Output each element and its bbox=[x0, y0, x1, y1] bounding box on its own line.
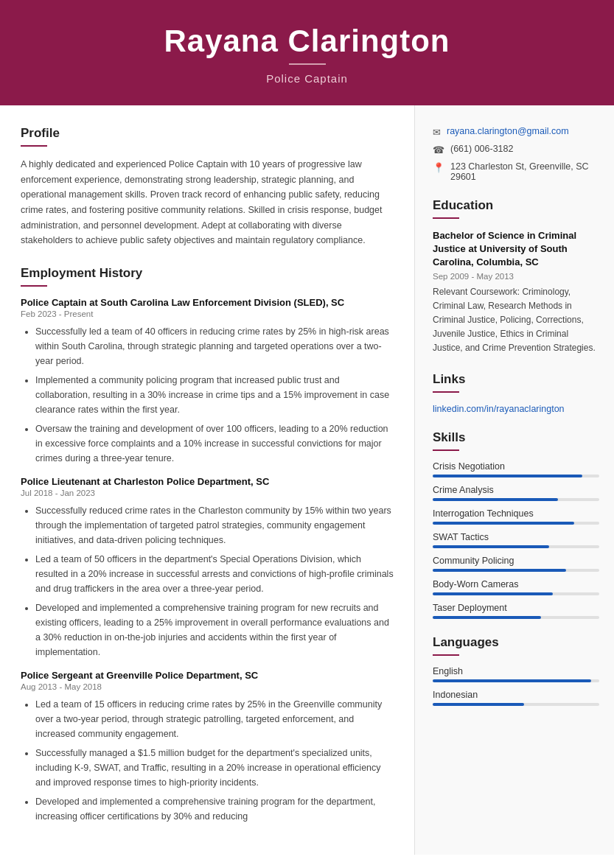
skill-bar-fill bbox=[433, 592, 553, 595]
language-item: English bbox=[433, 666, 599, 682]
job-bullets-3: Led a team of 15 officers in reducing cr… bbox=[21, 697, 394, 824]
location-icon: 📍 bbox=[433, 162, 444, 173]
address-text: 123 Charleston St, Greenville, SC 29601 bbox=[450, 161, 599, 182]
job-title-3: Police Sergeant at Greenville Police Dep… bbox=[21, 670, 394, 681]
education-divider bbox=[433, 217, 459, 219]
skill-name: SWAT Tactics bbox=[433, 532, 599, 542]
bullet: Led a team of 50 officers in the departm… bbox=[35, 552, 394, 596]
skill-item: SWAT Tactics bbox=[433, 532, 599, 548]
body-section: Profile A highly dedicated and experienc… bbox=[0, 105, 614, 855]
edu-dates: Sep 2009 - May 2013 bbox=[433, 272, 599, 281]
skill-name: Body-Worn Cameras bbox=[433, 579, 599, 589]
languages-title: Languages bbox=[433, 635, 599, 650]
job-title-1: Police Captain at South Carolina Law Enf… bbox=[21, 297, 394, 308]
bullet: Oversaw the training and development of … bbox=[35, 421, 394, 466]
language-item: Indonesian bbox=[433, 690, 599, 706]
skills-divider bbox=[433, 449, 459, 451]
edu-coursework: Relevant Coursework: Criminology, Crimin… bbox=[433, 285, 599, 356]
job-bullets-2: Successfully reduced crime rates in the … bbox=[21, 503, 394, 659]
language-name: English bbox=[433, 666, 599, 676]
bullet: Implemented a community policing program… bbox=[35, 373, 394, 417]
skills-section: Skills Crisis Negotiation Crime Analysis… bbox=[433, 430, 599, 619]
right-column: ✉ rayana.clarington@gmail.com ☎ (661) 00… bbox=[415, 105, 614, 855]
language-bar-bg bbox=[433, 703, 599, 706]
employment-section: Employment History Police Captain at Sou… bbox=[21, 266, 394, 824]
skill-bar-bg bbox=[433, 475, 599, 477]
linkedin-link[interactable]: linkedin.com/in/rayanaclarington bbox=[433, 404, 565, 414]
skill-bar-fill bbox=[433, 522, 574, 525]
skill-bar-fill bbox=[433, 475, 582, 477]
phone-text: (661) 006-3182 bbox=[450, 144, 513, 154]
skill-item: Interrogation Techniques bbox=[433, 508, 599, 525]
links-section: Links linkedin.com/in/rayanaclarington bbox=[433, 372, 599, 414]
skill-bar-fill bbox=[433, 545, 549, 548]
job-item: Police Captain at South Carolina Law Enf… bbox=[21, 297, 394, 466]
profile-divider bbox=[21, 145, 47, 147]
contact-section: ✉ rayana.clarington@gmail.com ☎ (661) 00… bbox=[433, 126, 599, 182]
skill-bar-fill bbox=[433, 569, 566, 572]
education-section: Education Bachelor of Science in Crimina… bbox=[433, 198, 599, 356]
contact-address: 📍 123 Charleston St, Greenville, SC 2960… bbox=[433, 161, 599, 182]
resume-page: Rayana Clarington Police Captain Profile… bbox=[0, 0, 614, 868]
candidate-title: Police Captain bbox=[15, 72, 599, 85]
skill-bar-fill bbox=[433, 498, 558, 501]
edu-degree: Bachelor of Science in Criminal Justice … bbox=[433, 229, 599, 270]
bullet: Developed and implemented a comprehensiv… bbox=[35, 794, 394, 824]
job-title-2: Police Lieutenant at Charleston Police D… bbox=[21, 476, 394, 487]
language-bar-fill bbox=[433, 703, 524, 706]
header-section: Rayana Clarington Police Captain bbox=[0, 0, 614, 105]
profile-section: Profile A highly dedicated and experienc… bbox=[21, 126, 394, 248]
email-icon: ✉ bbox=[433, 127, 441, 138]
skill-name: Crisis Negotiation bbox=[433, 461, 599, 472]
links-title: Links bbox=[433, 372, 599, 387]
skill-bar-bg bbox=[433, 498, 599, 501]
skill-name: Crime Analysis bbox=[433, 485, 599, 495]
linkedin-link-item: linkedin.com/in/rayanaclarington bbox=[433, 403, 599, 414]
job-dates-1: Feb 2023 - Present bbox=[21, 309, 394, 318]
language-bar-bg bbox=[433, 679, 599, 682]
header-divider bbox=[289, 63, 326, 65]
language-bar-fill bbox=[433, 679, 591, 682]
bullet: Successfully led a team of 40 officers i… bbox=[35, 324, 394, 368]
skills-title: Skills bbox=[433, 430, 599, 445]
profile-text: A highly dedicated and experienced Polic… bbox=[21, 157, 394, 248]
languages-divider bbox=[433, 654, 459, 656]
skill-name: Taser Deployment bbox=[433, 603, 599, 613]
skill-item: Taser Deployment bbox=[433, 603, 599, 619]
bullet: Led a team of 15 officers in reducing cr… bbox=[35, 697, 394, 741]
skill-name: Interrogation Techniques bbox=[433, 508, 599, 519]
skill-bar-bg bbox=[433, 545, 599, 548]
bullet: Successfully reduced crime rates in the … bbox=[35, 503, 394, 547]
skill-item: Community Policing bbox=[433, 556, 599, 572]
employment-title: Employment History bbox=[21, 266, 394, 281]
language-name: Indonesian bbox=[433, 690, 599, 700]
email-link[interactable]: rayana.clarington@gmail.com bbox=[447, 126, 569, 136]
skill-item: Crisis Negotiation bbox=[433, 461, 599, 477]
education-title: Education bbox=[433, 198, 599, 213]
skill-bar-fill bbox=[433, 616, 541, 619]
job-bullets-1: Successfully led a team of 40 officers i… bbox=[21, 324, 394, 466]
candidate-name: Rayana Clarington bbox=[15, 24, 599, 59]
skill-bar-bg bbox=[433, 592, 599, 595]
contact-phone: ☎ (661) 006-3182 bbox=[433, 144, 599, 155]
contact-email: ✉ rayana.clarington@gmail.com bbox=[433, 126, 599, 138]
languages-section: Languages English Indonesian bbox=[433, 635, 599, 706]
profile-title: Profile bbox=[21, 126, 394, 141]
bullet: Developed and implemented a comprehensiv… bbox=[35, 601, 394, 659]
job-item: Police Sergeant at Greenville Police Dep… bbox=[21, 670, 394, 824]
skill-item: Body-Worn Cameras bbox=[433, 579, 599, 595]
bullet: Successfully managed a $1.5 million budg… bbox=[35, 746, 394, 790]
skill-bar-bg bbox=[433, 522, 599, 525]
skills-list: Crisis Negotiation Crime Analysis Interr… bbox=[433, 461, 599, 619]
employment-divider bbox=[21, 285, 47, 287]
job-dates-2: Jul 2018 - Jan 2023 bbox=[21, 489, 394, 497]
skill-bar-bg bbox=[433, 616, 599, 619]
job-item: Police Lieutenant at Charleston Police D… bbox=[21, 476, 394, 659]
left-column: Profile A highly dedicated and experienc… bbox=[0, 105, 415, 855]
languages-list: English Indonesian bbox=[433, 666, 599, 706]
skill-item: Crime Analysis bbox=[433, 485, 599, 501]
skill-name: Community Policing bbox=[433, 556, 599, 566]
skill-bar-bg bbox=[433, 569, 599, 572]
phone-icon: ☎ bbox=[433, 144, 444, 155]
links-divider bbox=[433, 391, 459, 393]
